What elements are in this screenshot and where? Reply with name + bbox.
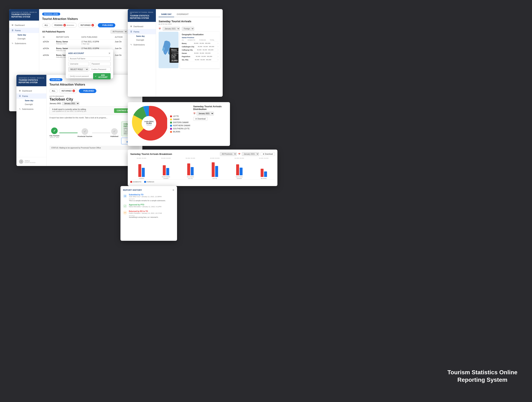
dash-sidebar-item-submissions[interactable]: ∿ Submissions <box>128 42 156 47</box>
col-date-published: DATE PUBLISHED <box>81 35 114 39</box>
history-remark-label: Remarks: <box>129 198 166 200</box>
modal-credentials-row <box>68 62 111 66</box>
tab-pending[interactable]: PENDING 9+ REGIONAL <box>52 23 77 28</box>
lgu-sidebar-sub-sameday[interactable]: Same day <box>22 99 46 102</box>
dash-sidebar-item-forms[interactable]: ☰ Forms <box>128 29 156 34</box>
verify-input[interactable] <box>68 74 92 78</box>
regional-dash-panel: DEPARTMENT OF TOURISM - REGION VIII TOUR… <box>128 9 223 97</box>
download-icon: ⬇ <box>195 118 197 120</box>
bar-domestic <box>236 164 239 175</box>
pie-chart-area: Leyte (59%) 15,803 / 29,925 <box>131 105 167 142</box>
history-content-approved: Approved by PTO Maria Mercedes • January… <box>129 204 161 208</box>
add-account-button[interactable]: ✓ ADD ACCOUNT <box>93 73 111 79</box>
bar-province-select[interactable]: All Provinces <box>220 152 237 156</box>
geo-place-sta-rita[interactable]: Sta. Rita 99,99999,999999,999 › <box>182 58 218 62</box>
confirm-password-input[interactable] <box>90 67 111 72</box>
chart-icon: ∿ <box>12 42 13 44</box>
legend-dot-biliran <box>170 131 172 133</box>
date-filter-select[interactable]: January 2021 <box>163 27 180 31</box>
step-published: ✓ Published <box>110 128 118 137</box>
history-remark-submitted: This is a sample remarks for a sample su… <box>129 200 166 201</box>
geo-place-daram[interactable]: Daram 99,99999,999999,999 › <box>182 52 218 55</box>
col-id: ID <box>42 35 56 39</box>
type-filter-select[interactable]: Foreign <box>182 27 194 31</box>
add-account-modal: ADD ACCOUNT ✕ SELECT ROLE ✓ ADD ACCOUNT <box>66 49 113 78</box>
pie-legend: LEYTE SAMAR EASTERN SAMAR NORTHERN SAMAR… <box>170 105 190 143</box>
dash-sidebar-nav: ⊞ Dashboard ☰ Forms Same day Overnight ∿… <box>128 22 156 49</box>
tab-returned[interactable]: RETURNED 2 <box>78 23 96 28</box>
chevron-right-icon: › <box>218 42 218 44</box>
lgu-sidebar-item-forms[interactable]: ☰ Forms <box>16 93 46 99</box>
section-title-row: All Published Reports All Provinces ⊟ <box>42 30 130 34</box>
dash-sidebar-sub-overnight[interactable]: Overnight <box>133 38 156 42</box>
step-date: June 21, 2022 <box>50 137 59 138</box>
lgu-tab-published[interactable]: ✓ PUBLISHED <box>79 89 96 93</box>
sidebar-item-submissions[interactable]: ∿ Submissions <box>9 41 39 46</box>
lgu-sidebar-item-dashboard[interactable]: ⊞ Dashboard <box>16 88 46 93</box>
geo-place-basey[interactable]: Basey 99,99999,999999,999 › <box>182 42 218 45</box>
tab-sameday[interactable]: SAME DAY <box>158 12 174 17</box>
history-meta-returned: Pedro Penduko • January 13, 2022, 10:17A… <box>129 212 162 214</box>
dash-sidebar-item-dashboard[interactable]: ⊞ Dashboard <box>128 24 156 29</box>
tab-published[interactable]: ✓ PUBLISHED <box>98 23 115 27</box>
dist-date-row: 📅 January 2021 <box>193 112 227 115</box>
close-icon[interactable]: ✕ <box>108 52 111 55</box>
lgu-tab-all[interactable]: ALL <box>50 89 58 93</box>
sidebar-sub-overnight[interactable]: Overnight <box>15 37 39 41</box>
dash-sidebar-sub-sameday[interactable]: Same day <box>133 34 156 38</box>
bar-pair <box>163 165 169 175</box>
geo-place-paguinhon[interactable]: Paguinhon 99,99999,999999,999 › <box>182 55 218 58</box>
lgu-tab-returned[interactable]: RETURNED 2 <box>59 88 77 93</box>
lgu-tabs-row: ALL RETURNED 2 ✓ PUBLISHED <box>50 88 139 93</box>
dist-date-select[interactable]: January 2021 <box>196 112 214 115</box>
province-filter[interactable]: All Provinces <box>111 30 127 34</box>
password-input[interactable] <box>90 62 111 66</box>
lgu-sidebar-item-submissions[interactable]: ∿ Submissions <box>16 106 46 112</box>
bar-download-button[interactable]: ⬇ Download <box>261 152 275 156</box>
sidebar-sub-sameday[interactable]: Same day <box>15 33 39 37</box>
cell-place: Basey, Samar <box>56 41 68 43</box>
chevron-right-icon: › <box>218 56 218 57</box>
history-close-icon[interactable]: ✕ <box>172 188 174 192</box>
username-input[interactable] <box>68 62 89 66</box>
lgu-dept-label: DEPARTMENT OF TOURISM - REGION VIII <box>19 77 44 79</box>
file-icon: ☰ <box>130 31 132 33</box>
geo-place-catbalogan[interactable]: Catbalogan City 99,99999,999999,999 › <box>182 45 218 48</box>
tab-all[interactable]: ALL <box>42 23 50 27</box>
step-city-tourism: ✓ City Tourism June 21, 2022 <box>50 127 59 138</box>
page-title: Tourist Attraction Visitors <box>42 17 130 21</box>
bar-label: SOUTERNLEYTE <box>187 176 194 179</box>
status-bar: STATUS: Waiting to be approved by Provin… <box>50 146 139 150</box>
brand-line1: Tourism Statistics Online <box>448 369 517 376</box>
role-select[interactable]: SELECT ROLE <box>68 67 89 72</box>
bar-foreign <box>215 166 218 177</box>
lgu-returned-badge: 2 <box>72 89 75 92</box>
legend-dot-eastern-samar <box>170 122 172 124</box>
download-button[interactable]: ⬇ Download <box>193 117 208 121</box>
tab-overnight[interactable]: OVERNIGHT <box>174 12 191 17</box>
sidebar-item-dashboard[interactable]: ⊞ Dashboard <box>9 22 39 28</box>
bar-foreign <box>142 168 145 177</box>
modal-title: ADD ACCOUNT <box>68 52 84 54</box>
cell-pub-ago: 2 days ago <box>81 43 89 45</box>
map-tooltip: Basey DOMESTIC FOREIGN 12,751 3,052 TOTA… <box>170 48 178 63</box>
account-fullname-input[interactable] <box>68 57 111 61</box>
lgu-sidebar-sub-overnight[interactable]: Overnight <box>22 102 46 106</box>
geo-place-calbayog[interactable]: Calbayog City 99,99999,999999,999 › <box>182 48 218 52</box>
history-meta-approved: Maria Mercedes • January 12, 2022, 5:11P… <box>129 206 161 207</box>
history-remark-returned: Something's wrong here, so I returned it… <box>129 216 162 218</box>
bar-date-select[interactable]: January 2021 <box>242 152 259 156</box>
bar-label: EASTERNSAMAR <box>236 176 243 179</box>
sidebar-item-forms[interactable]: ☰ Forms <box>9 28 39 33</box>
history-icon-returned: ↩ <box>123 211 127 215</box>
modal-header: ADD ACCOUNT ✕ <box>68 52 111 55</box>
tooltip-domestic: 12,751 <box>171 54 177 56</box>
pie-panel: Leyte (59%) 15,803 / 29,925 LEYTE SAMAR … <box>128 102 230 146</box>
table-row: a2410e Basey, SamarFebruary 2021 17 Feb … <box>42 39 130 46</box>
tooltip-foreign: 3,052 <box>171 56 176 58</box>
user-role: ADMIN ACCESS <box>25 162 35 163</box>
progress-track: ✓ City Tourism June 21, 2022 ✓ Provincia… <box>50 121 139 144</box>
period-select[interactable]: January 2021 <box>62 102 79 105</box>
cell-report-date: February 2021 <box>56 56 67 58</box>
chevron-right-icon: › <box>218 59 218 61</box>
